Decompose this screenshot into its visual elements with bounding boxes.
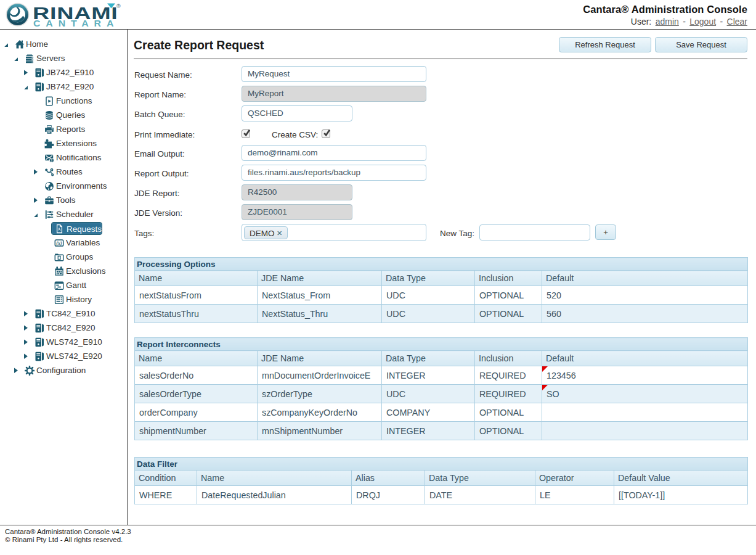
- svg-text:CANTARA: CANTARA: [33, 18, 119, 28]
- svg-text:(x): (x): [56, 240, 62, 245]
- svg-text:®: ®: [116, 3, 121, 9]
